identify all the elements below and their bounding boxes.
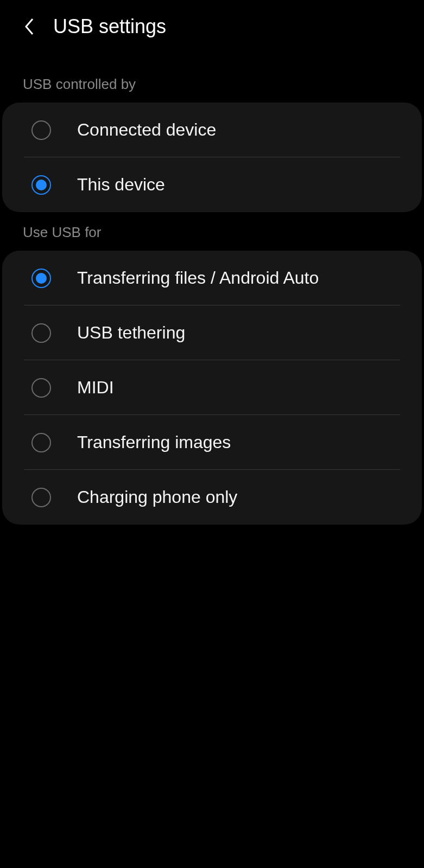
radio-label: Transferring images xyxy=(77,432,231,452)
section-label-controlled-by: USB controlled by xyxy=(0,49,424,103)
radio-connected-device[interactable]: Connected device xyxy=(2,103,422,157)
radio-transferring-images[interactable]: Transferring images xyxy=(2,415,422,470)
radio-charging-only[interactable]: Charging phone only xyxy=(2,470,422,525)
page-title: USB settings xyxy=(53,15,166,38)
radio-transferring-files[interactable]: Transferring files / Android Auto xyxy=(2,251,422,305)
radio-label: USB tethering xyxy=(77,323,185,343)
radio-label: MIDI xyxy=(77,378,114,398)
radio-icon xyxy=(31,433,51,452)
radio-icon xyxy=(31,378,51,398)
use-for-card: Transferring files / Android Auto USB te… xyxy=(2,251,422,525)
radio-icon xyxy=(31,175,51,195)
back-icon[interactable] xyxy=(22,19,37,34)
radio-usb-tethering[interactable]: USB tethering xyxy=(2,305,422,360)
radio-midi[interactable]: MIDI xyxy=(2,360,422,415)
radio-label: Transferring files / Android Auto xyxy=(77,268,319,288)
radio-label: Charging phone only xyxy=(77,487,237,507)
radio-icon xyxy=(31,323,51,343)
radio-icon xyxy=(31,269,51,288)
section-label-use-for: Use USB for xyxy=(0,212,424,251)
radio-this-device[interactable]: This device xyxy=(2,157,422,212)
radio-label: This device xyxy=(77,175,165,195)
controlled-by-card: Connected device This device xyxy=(2,103,422,212)
radio-icon xyxy=(31,120,51,140)
radio-label: Connected device xyxy=(77,120,216,140)
header: USB settings xyxy=(0,0,424,49)
radio-icon xyxy=(31,488,51,507)
